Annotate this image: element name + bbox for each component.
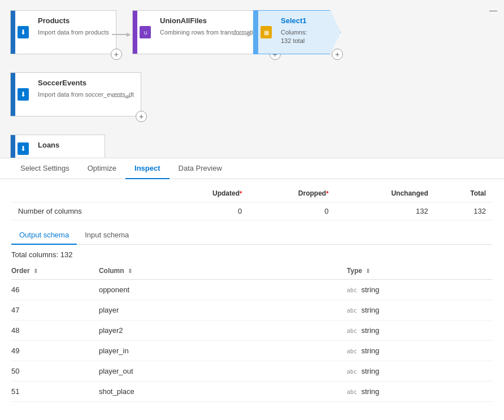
col-header-order[interactable]: Order ⇕ <box>11 262 99 280</box>
cell-column: player <box>99 300 347 321</box>
cell-column: player_out <box>99 361 347 382</box>
table-row: 47 player abc string <box>11 300 493 321</box>
cell-order: 50 <box>11 361 99 382</box>
add-node-button[interactable]: + <box>332 49 343 60</box>
cell-column: player2 <box>99 321 347 341</box>
cell-type: abc string <box>347 361 493 382</box>
tab-optimize[interactable]: Optimize <box>79 158 125 179</box>
node-accent <box>11 135 15 158</box>
node-icon: ▦ <box>258 11 274 54</box>
col-header-column[interactable]: Column ⇕ <box>99 262 347 280</box>
cell-type: abc string <box>347 280 493 300</box>
table-row: 49 player_in abc string <box>11 341 493 361</box>
stat-header-row <box>11 185 164 202</box>
type-icon: abc <box>347 308 357 314</box>
schema-tab-output[interactable]: Output schema <box>11 226 77 245</box>
stats-total: 132 <box>435 202 493 220</box>
node-title: Select1 <box>281 16 323 25</box>
node-icon: ∪ <box>137 11 153 54</box>
cell-order: 51 <box>11 382 99 402</box>
table-row: 48 player2 abc string <box>11 321 493 341</box>
cell-type: abc string <box>347 341 493 361</box>
node-icon: ⬇ <box>15 11 31 54</box>
cell-type: abc string <box>347 382 493 402</box>
type-icon: abc <box>347 287 357 293</box>
connector-mid: ▶ <box>112 93 131 99</box>
node-icon: ⬇ <box>15 73 31 116</box>
type-icon: abc <box>347 328 357 334</box>
table-row: 50 player_out abc string <box>11 361 493 382</box>
pipeline-canvas: — ⬇ Products Import data from products +… <box>0 0 504 158</box>
node-icon: ⬇ <box>15 135 31 158</box>
node-title: UnionAllFiles <box>160 16 268 25</box>
tab-inspect[interactable]: Inspect <box>125 158 170 179</box>
union-icon: ∪ <box>140 26 151 38</box>
node-accent <box>133 11 137 54</box>
sort-order-icon: ⇕ <box>33 268 38 274</box>
connector-right: ▶ <box>233 31 252 37</box>
import-icon: ⬇ <box>18 88 29 101</box>
minimize-button[interactable]: — <box>489 6 497 15</box>
node-title: SoccerEvents <box>38 79 134 87</box>
stat-header-total: Total <box>435 185 493 202</box>
type-value: string <box>362 347 380 355</box>
add-node-button[interactable]: + <box>136 111 147 122</box>
tabs-bar: Select Settings Optimize Inspect Data Pr… <box>0 158 504 179</box>
cell-order: 47 <box>11 300 99 321</box>
node-desc: Columns:132 total <box>281 28 323 46</box>
table-row: 51 shot_place abc string <box>11 382 493 402</box>
node-title: Products <box>38 16 109 25</box>
table-row: 46 opponent abc string <box>11 280 493 300</box>
stats-row-label: Number of columns <box>11 202 164 220</box>
import-icon: ⬇ <box>18 26 29 38</box>
node-desc: Import data from products <box>38 28 109 37</box>
products-node[interactable]: ⬇ Products Import data from products + <box>10 10 116 54</box>
schema-tabs: Output schema Input schema <box>11 226 493 245</box>
cell-column: shot_place <box>99 382 347 402</box>
node-accent <box>11 11 15 54</box>
col-header-type[interactable]: Type ⇕ <box>347 262 493 280</box>
cell-order: 46 <box>11 280 99 300</box>
stats-unchanged: 132 <box>335 202 435 220</box>
select-icon: ▦ <box>260 26 272 38</box>
type-value: string <box>362 326 380 335</box>
node-accent <box>254 11 258 54</box>
type-icon: abc <box>347 348 357 354</box>
type-icon: abc <box>347 369 357 375</box>
type-value: string <box>362 306 380 314</box>
cell-column: opponent <box>99 280 347 300</box>
type-value: string <box>362 387 380 396</box>
type-value: string <box>362 285 380 294</box>
cell-column: player_in <box>99 341 347 361</box>
sort-column-icon: ⇕ <box>128 268 132 274</box>
node-title: Loans <box>38 141 98 149</box>
loans-node[interactable]: ⬇ Loans <box>10 135 105 158</box>
schema-table: Order ⇕ Column ⇕ Type ⇕ 46 opponent abc … <box>11 262 493 402</box>
add-node-button[interactable]: + <box>111 49 122 60</box>
stat-header-updated: Updated* <box>164 185 249 202</box>
type-value: string <box>362 367 380 375</box>
cell-type: abc string <box>347 321 493 341</box>
stats-dropped: 0 <box>249 202 335 220</box>
total-columns-label: Total columns: 132 <box>11 245 493 262</box>
sort-type-icon: ⇕ <box>366 268 370 274</box>
tab-data-preview[interactable]: Data Preview <box>170 158 231 179</box>
tab-select-settings[interactable]: Select Settings <box>11 158 79 179</box>
connector-top: ▶ <box>112 31 131 37</box>
schema-tab-input[interactable]: Input schema <box>77 226 137 245</box>
stats-updated: 0 <box>164 202 249 220</box>
stat-header-unchanged: Unchanged <box>335 185 435 202</box>
cell-order: 48 <box>11 321 99 341</box>
stat-header-dropped: Dropped* <box>249 185 335 202</box>
stats-row: Number of columns 0 0 132 132 <box>11 202 493 220</box>
type-icon: abc <box>347 389 357 395</box>
stats-table: Updated* Dropped* Unchanged Total Number… <box>11 185 493 220</box>
cell-order: 49 <box>11 341 99 361</box>
node-accent <box>11 73 15 116</box>
inspect-panel: Updated* Dropped* Unchanged Total Number… <box>0 179 504 417</box>
select1-node[interactable]: ▦ Select1 Columns:132 total + <box>253 10 341 54</box>
cell-type: abc string <box>347 300 493 321</box>
import-icon: ⬇ <box>18 142 29 155</box>
